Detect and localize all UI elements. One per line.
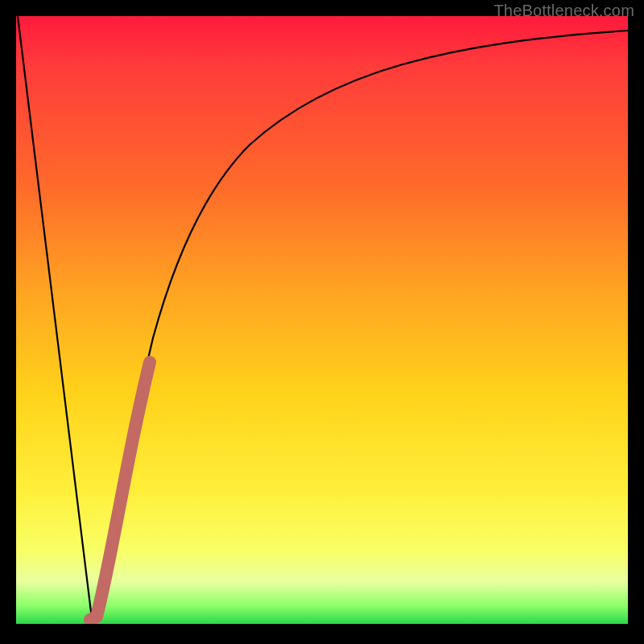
curve-layer [16,16,628,624]
highlight-segment [90,362,150,620]
plot-area [16,16,628,624]
chart-stage: TheBottleneck.com [0,0,644,644]
